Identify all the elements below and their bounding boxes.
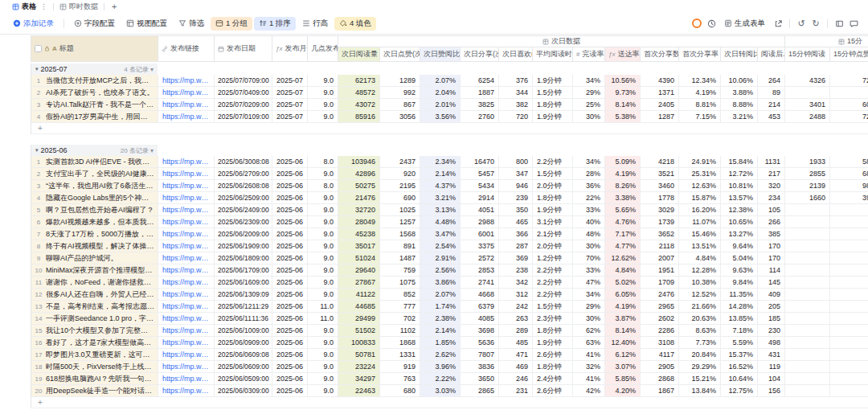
cell-lr[interactable]: 3.13% (420, 204, 461, 216)
cell-fsr[interactable]: 4.19% (679, 87, 721, 99)
cell-hearts[interactable]: 231 (499, 385, 533, 397)
group-record-count[interactable]: 20 条记录▾ (121, 146, 154, 155)
cell-hour[interactable]: 9.0 (308, 277, 338, 289)
cell-after[interactable]: 431 (758, 349, 785, 361)
cell-del[interactable]: 10.56% (605, 75, 641, 87)
cell-likes[interactable]: 891 (380, 240, 420, 252)
cell-fsc[interactable]: 4390 (641, 75, 679, 87)
cell-hour[interactable]: 9.0 (308, 204, 338, 216)
cell-comp[interactable]: 30% (573, 313, 605, 325)
cell-comp[interactable]: 30% (573, 240, 605, 252)
cell-comp[interactable]: 34% (573, 289, 605, 301)
cell-fsc[interactable]: 2007 (641, 252, 679, 264)
cell-title[interactable]: 5啊？豆包居然也开始卷AI编程了？ (31, 204, 158, 216)
cell-date[interactable]: 2025/07/0209:00 (215, 99, 272, 111)
cell-title[interactable]: 4假扮AI的17岁男高中生，用回复治愈了整个B站。 (31, 111, 158, 123)
cell-hearts[interactable]: 382 (499, 99, 533, 111)
group-button[interactable]: 1 分组 (211, 17, 252, 31)
cell-r15[interactable] (785, 301, 830, 313)
cell-hour[interactable]: 9.0 (308, 349, 338, 361)
cell-date[interactable]: 2025/06/0609:08 (215, 349, 272, 361)
cell-del[interactable]: 3.87% (605, 313, 641, 325)
cell-shares[interactable]: 3650 (461, 373, 499, 385)
add-row-button[interactable]: + (31, 397, 868, 408)
cell-reads[interactable]: 62173 (338, 75, 380, 87)
cell-title[interactable]: 11谢谢你，NoFeed，谢谢你拯救我那些被“偷走”的... (31, 277, 158, 289)
cell-shares[interactable]: 2760 (461, 111, 499, 123)
cell-link[interactable]: https://mp.weixin... (158, 337, 215, 349)
cell-shares[interactable]: 5434 (461, 180, 499, 192)
cell-title[interactable]: 4隐藏在Google Labs里的5个神级AI应用。 (31, 192, 158, 204)
cell-fsr[interactable]: 15.46% (679, 228, 721, 240)
cell-shares[interactable]: 2865 (461, 385, 499, 397)
cell-del[interactable]: 8.26% (605, 180, 641, 192)
cell-shares[interactable]: 3825 (461, 99, 499, 111)
cell-r15[interactable] (785, 289, 830, 301)
cell-l15[interactable] (830, 277, 868, 289)
cell-reads[interactable]: 45238 (338, 228, 380, 240)
cell-hour[interactable]: 9.0 (308, 168, 338, 180)
cell-hearts[interactable]: 369 (499, 252, 533, 264)
cell-hearts[interactable]: 720 (499, 111, 533, 123)
cell-hour[interactable]: 9.0 (308, 264, 338, 277)
cell-shares[interactable]: 4085 (461, 313, 499, 325)
cell-hearts[interactable]: 344 (499, 87, 533, 99)
cell-comp[interactable]: 41% (573, 373, 605, 385)
cell-shares[interactable]: 6254 (461, 75, 499, 87)
cell-shares[interactable]: 16470 (461, 156, 499, 168)
cell-conv[interactable]: 5.04% (721, 252, 758, 264)
cell-comp[interactable]: 28% (573, 168, 605, 180)
cell-lr[interactable]: 3.21% (420, 192, 461, 204)
cell-fsr[interactable]: 20.63% (679, 313, 721, 325)
cell-date[interactable]: 2025/06/3008:08 (215, 156, 272, 168)
cell-title[interactable]: 3“这半年，我也用AI救了6条活生生的命啊。” (31, 180, 158, 192)
cell-comp[interactable]: 47% (573, 277, 605, 289)
cell-avg[interactable]: 2.2分钟 (533, 277, 573, 289)
cell-lr[interactable]: 2.07% (420, 75, 461, 87)
cell-hearts[interactable]: 312 (499, 289, 533, 301)
cell-reads[interactable]: 50275 (338, 180, 380, 192)
cell-del[interactable]: 5.65% (605, 204, 641, 216)
cell-r15[interactable]: 3401 (785, 99, 830, 111)
cell-date[interactable]: 2025/07/0409:00 (215, 87, 272, 99)
cell-lr[interactable]: 2.54% (420, 240, 461, 252)
column-header-likes[interactable]: 次日点赞(次) (380, 47, 420, 62)
cell-l15[interactable] (830, 313, 868, 325)
cell-conv[interactable]: 15.84% (721, 156, 758, 168)
cell-fsr[interactable]: 15.87% (679, 192, 721, 204)
cell-del[interactable]: 4.20% (605, 385, 641, 397)
cell-after[interactable]: 105 (758, 204, 785, 216)
cell-fsr[interactable]: 4.84% (679, 252, 721, 264)
cell-reads[interactable]: 35017 (338, 240, 380, 252)
cell-fsr[interactable]: 8.63% (679, 325, 721, 337)
cell-del[interactable]: 8.14% (605, 99, 641, 111)
cell-fsr[interactable]: 10.38% (679, 277, 721, 289)
cell-shares[interactable]: 6379 (461, 301, 499, 313)
cell-avg[interactable]: 1.8分钟 (533, 361, 573, 373)
cell-title[interactable]: 14一手评测Seedance 1.0 pro，字节首次登顶视频大... (31, 313, 158, 325)
cell-month[interactable]: 2025-06 (272, 361, 308, 373)
cell-hour[interactable]: 9.0 (308, 337, 338, 349)
cell-conv[interactable]: 13.27% (721, 228, 758, 240)
cell-link[interactable]: https://mp.weixin... (158, 313, 215, 325)
cell-month[interactable]: 2025-07 (272, 75, 308, 87)
cell-date[interactable]: 2025/06/1211:29 (215, 301, 272, 313)
cell-avg[interactable]: 1.9分钟 (533, 337, 573, 349)
cell-hour[interactable]: 8.0 (308, 156, 338, 168)
cell-avg[interactable]: 1.5分钟 (533, 301, 573, 313)
cell-lr[interactable]: 2.62% (420, 349, 461, 361)
cell-r15[interactable] (785, 385, 830, 397)
cell-shares[interactable]: 2572 (461, 252, 499, 264)
cell-lr[interactable]: 1.85% (420, 337, 461, 349)
cell-lr[interactable]: 2.34% (420, 156, 461, 168)
cell-del[interactable]: 4.19% (605, 168, 641, 180)
cell-avg[interactable]: 2.3分钟 (533, 313, 573, 325)
cell-title[interactable]: 1实测首款3D AI伴侣EVE - 我收到了AI送的第一杯奶... (31, 156, 158, 168)
cell-comp[interactable]: 32% (573, 361, 605, 373)
cell-del[interactable]: 5.38% (605, 111, 641, 123)
cell-fsr[interactable]: 25.31% (679, 168, 721, 180)
cell-comp[interactable]: 42% (573, 385, 605, 397)
cell-r15[interactable]: 1933 (785, 156, 830, 168)
cell-link[interactable]: https://mp.weixin... (158, 349, 215, 361)
cell-comp[interactable]: 62% (573, 325, 605, 337)
